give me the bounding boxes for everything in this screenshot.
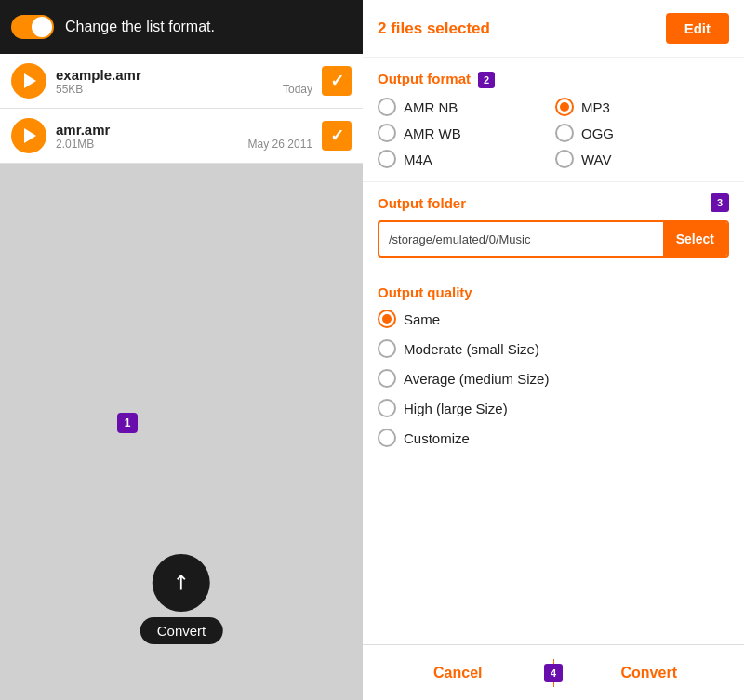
quality-high-circle[interactable] — [378, 399, 396, 417]
files-selected-text: 2 files selected — [378, 20, 490, 38]
top-bar: Change the list format. — [0, 0, 363, 54]
radio-amrnb-label: AMR NB — [404, 99, 458, 115]
quality-moderate[interactable]: Moderate (small Size) — [378, 339, 729, 358]
file-name-2: amr.amr — [56, 122, 312, 138]
output-format-section: Output format 2 AMR NB MP3 AMR WB — [363, 58, 744, 182]
folder-path-input[interactable] — [379, 225, 663, 254]
radio-mp3-label: MP3 — [581, 99, 610, 115]
output-quality-title: Output quality — [378, 284, 729, 300]
right-panel: 2 files selected Edit Output format 2 AM… — [363, 0, 744, 700]
quality-customize-label: Customize — [404, 430, 470, 446]
folder-input-row: Select — [378, 220, 729, 258]
quality-same-circle[interactable] — [378, 310, 396, 328]
radio-m4a[interactable]: M4A — [378, 150, 551, 168]
left-main-area: 1 ↗ Convert — [0, 164, 363, 700]
convert-fab[interactable]: ↗ Convert — [140, 554, 223, 644]
file-meta-2: 2.01MB May 26 2011 — [56, 138, 312, 151]
radio-ogg[interactable]: OGG — [555, 124, 729, 142]
header-bar: 2 files selected Edit — [363, 0, 744, 58]
checkbox-2[interactable] — [322, 121, 352, 151]
quality-radio-list: Same Moderate (small Size) Average (medi… — [378, 310, 729, 447]
radio-amrnb-circle[interactable] — [378, 98, 396, 116]
convert-button[interactable]: Convert — [554, 665, 745, 681]
badge-1: 1 — [117, 413, 138, 433]
badge-4: 4 — [544, 664, 563, 682]
radio-amrwb-circle[interactable] — [378, 124, 396, 142]
checkbox-1[interactable] — [322, 66, 352, 96]
convert-icon: ↗ — [166, 568, 195, 597]
quality-customize-circle[interactable] — [378, 429, 396, 447]
play-button-2[interactable] — [11, 118, 46, 153]
radio-ogg-circle[interactable] — [555, 124, 574, 142]
quality-average-label: Average (medium Size) — [404, 371, 549, 387]
fab-label[interactable]: Convert — [140, 617, 223, 644]
file-info-2: amr.amr 2.01MB May 26 2011 — [56, 122, 312, 151]
quality-customize[interactable]: Customize — [378, 429, 729, 447]
quality-high-label: High (large Size) — [404, 401, 508, 416]
radio-ogg-label: OGG — [581, 125, 614, 141]
select-folder-button[interactable]: Select — [663, 222, 727, 256]
radio-mp3-circle[interactable] — [555, 98, 574, 116]
radio-wav[interactable]: WAV — [555, 150, 729, 168]
edit-button[interactable]: Edit — [666, 13, 729, 44]
bottom-bar: Cancel 4 Convert — [363, 644, 744, 700]
quality-same[interactable]: Same — [378, 310, 729, 328]
radio-amrwb[interactable]: AMR WB — [378, 124, 551, 142]
output-folder-section: Output folder 3 Select — [363, 182, 744, 271]
radio-wav-circle[interactable] — [555, 150, 574, 168]
radio-wav-label: WAV — [581, 152, 612, 167]
play-button-1[interactable] — [11, 63, 46, 99]
quality-average-circle[interactable] — [378, 369, 396, 388]
radio-m4a-label: M4A — [404, 152, 432, 167]
output-format-title: Output format 2 — [378, 71, 729, 88]
file-date-2: May 26 2011 — [248, 138, 312, 151]
left-panel: Change the list format. example.amr 55KB… — [0, 0, 363, 700]
quality-moderate-circle[interactable] — [378, 339, 396, 358]
fab-circle[interactable]: ↗ — [153, 554, 210, 612]
file-item-2[interactable]: amr.amr 2.01MB May 26 2011 — [0, 109, 363, 164]
file-name-1: example.amr — [56, 67, 312, 83]
cancel-button[interactable]: Cancel — [363, 665, 553, 681]
file-size-2: 2.01MB — [56, 138, 94, 151]
output-folder-title: Output folder — [378, 195, 729, 211]
radio-amrnb[interactable]: AMR NB — [378, 98, 551, 116]
file-size-1: 55KB — [56, 83, 83, 96]
output-quality-section: Output quality Same Moderate (small Size… — [363, 271, 744, 644]
file-list: example.amr 55KB Today amr.amr 2.01MB Ma… — [0, 54, 363, 164]
file-item-1[interactable]: example.amr 55KB Today — [0, 54, 363, 109]
quality-same-label: Same — [404, 311, 440, 327]
file-info-1: example.amr 55KB Today — [56, 67, 312, 96]
file-date-1: Today — [283, 83, 312, 96]
badge-2: 2 — [478, 72, 495, 88]
quality-average[interactable]: Average (medium Size) — [378, 369, 729, 388]
right-content: 2 files selected Edit Output format 2 AM… — [363, 0, 744, 700]
radio-m4a-circle[interactable] — [378, 150, 396, 168]
radio-amrwb-label: AMR WB — [404, 125, 461, 141]
quality-high[interactable]: High (large Size) — [378, 399, 729, 417]
quality-moderate-label: Moderate (small Size) — [404, 341, 539, 357]
file-meta-1: 55KB Today — [56, 83, 312, 96]
output-format-grid: AMR NB MP3 AMR WB OGG M4A — [378, 98, 729, 168]
radio-mp3[interactable]: MP3 — [555, 98, 729, 116]
top-bar-title: Change the list format. — [65, 19, 215, 35]
toggle-switch[interactable] — [11, 15, 54, 39]
badge-3: 3 — [711, 193, 729, 212]
